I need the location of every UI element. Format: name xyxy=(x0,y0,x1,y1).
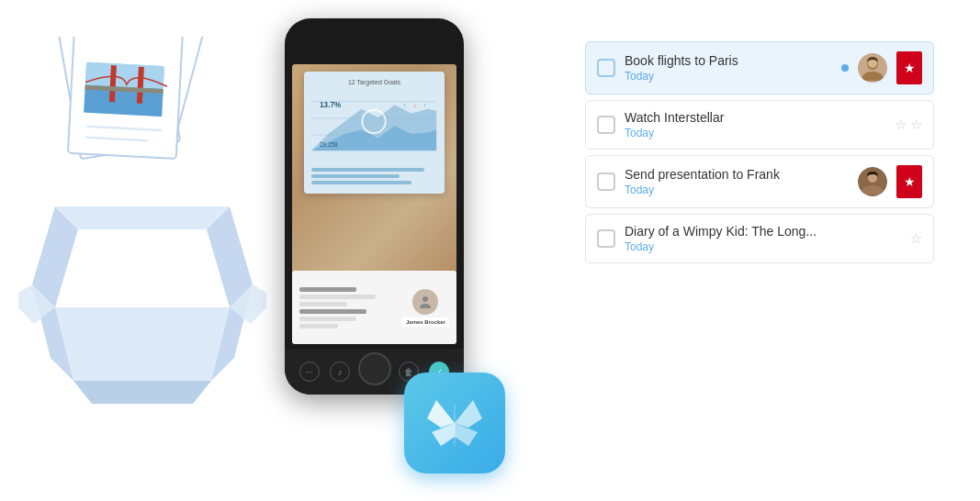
task-flag xyxy=(896,165,922,198)
svg-marker-27 xyxy=(55,206,230,229)
scan-name: James Brocker xyxy=(402,317,449,327)
task-text-block: Book flights to Paris Today xyxy=(625,53,832,83)
phone-music-btn[interactable]: ♪ xyxy=(330,362,350,382)
svg-text:29,258: 29,258 xyxy=(320,141,338,148)
task-star[interactable]: ☆ ☆ xyxy=(895,117,922,133)
task-avatar xyxy=(858,53,887,83)
task-checkbox[interactable] xyxy=(597,59,615,77)
task-due: Today xyxy=(625,127,885,139)
task-item[interactable]: Diary of a Wimpy Kid: The Long... Today … xyxy=(585,214,934,263)
task-text-block: Diary of a Wimpy Kid: The Long... Today xyxy=(625,224,901,253)
task-due: Today xyxy=(625,240,901,253)
task-star[interactable]: ☆ xyxy=(910,230,922,247)
phone-home-button[interactable] xyxy=(358,352,391,385)
scan-card-lines xyxy=(299,287,395,328)
task-due: Today xyxy=(625,184,849,196)
task-avatar xyxy=(858,167,887,196)
svg-text:↑: ↑ xyxy=(403,101,407,109)
phone-menu-btn[interactable]: ··· xyxy=(299,362,320,382)
task-title: Watch Interstellar xyxy=(625,110,885,125)
task-item[interactable]: Send presentation to Frank Today xyxy=(585,155,934,208)
svg-marker-19 xyxy=(55,307,230,381)
task-title: Book flights to Paris xyxy=(625,53,832,68)
task-title: Diary of a Wimpy Kid: The Long... xyxy=(625,224,901,239)
svg-point-37 xyxy=(422,296,428,302)
task-item[interactable]: Book flights to Paris Today xyxy=(585,41,934,95)
screen-card-title: 12 Targeted Goals xyxy=(311,79,436,85)
svg-text:13.7%: 13.7% xyxy=(320,101,342,109)
svg-text:↓: ↓ xyxy=(413,101,417,109)
task-checkbox[interactable] xyxy=(597,173,615,191)
dropbox-illustration: W xyxy=(18,37,266,407)
svg-marker-22 xyxy=(73,381,211,404)
task-unread-dot xyxy=(841,64,849,72)
task-title: Send presentation to Frank xyxy=(625,167,849,182)
task-list: Book flights to Paris Today Watch Inters… xyxy=(585,41,934,269)
svg-rect-12 xyxy=(85,62,164,89)
task-flag xyxy=(896,51,922,84)
task-text-block: Send presentation to Frank Today xyxy=(625,167,849,196)
scan-card-area: James Brocker xyxy=(292,271,456,344)
phone: 12 Targeted Goals 13.7% xyxy=(285,18,464,395)
elytra-app-icon[interactable] xyxy=(404,373,505,473)
task-checkbox[interactable] xyxy=(597,229,615,248)
screen-infographic-card: 12 Targeted Goals 13.7% xyxy=(304,72,444,194)
task-checkbox[interactable] xyxy=(597,116,615,134)
task-due: Today xyxy=(625,70,832,83)
svg-text:↑: ↑ xyxy=(423,101,427,109)
task-item[interactable]: Watch Interstellar Today ☆ ☆ xyxy=(585,100,934,150)
task-text-block: Watch Interstellar Today xyxy=(625,110,885,139)
